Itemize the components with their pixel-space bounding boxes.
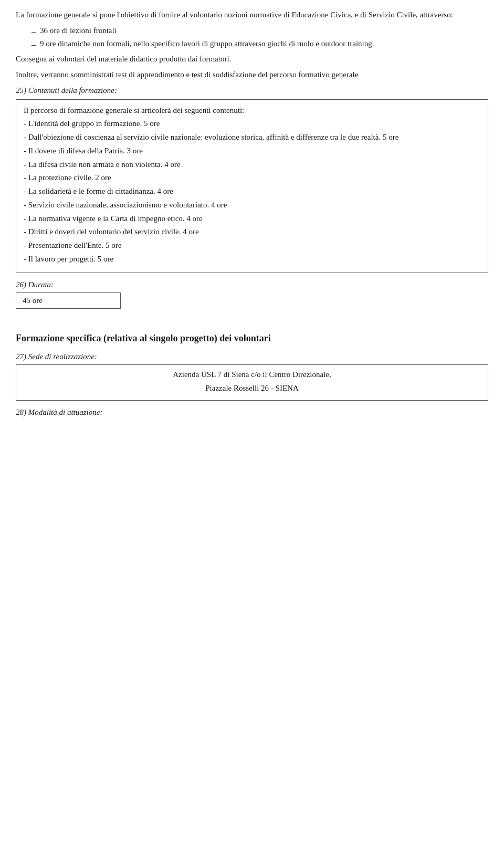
bullet-2: – bbox=[32, 38, 36, 50]
section25-box: Il percorso di formazione generale si ar… bbox=[16, 99, 488, 273]
section26-heading: 26) Durata: bbox=[16, 280, 488, 289]
big-heading: Formazione specifica (relativa al singol… bbox=[16, 332, 488, 345]
section25-item-2: - Il dovere di difesa della Patria. 3 or… bbox=[24, 145, 480, 157]
section25-item-5: - La solidarietà e le forme di cittadina… bbox=[24, 186, 480, 197]
intro-paragraph1: La formazione generale si pone l'obietti… bbox=[16, 9, 488, 21]
list-item-2: – 9 ore dinamiche non formali, nello spe… bbox=[32, 38, 488, 50]
section27-box: Azienda USL 7 di Siena c/o il Centro Dir… bbox=[16, 364, 488, 401]
section25-item-6: - Servizio civile nazionale, associazion… bbox=[24, 200, 480, 211]
section26-value: 45 ore bbox=[16, 292, 121, 309]
section25-item-1: - Dall'obiezione di coscienza al servizi… bbox=[24, 132, 480, 143]
section25-item-10: - Il lavoro per progetti. 5 ore bbox=[24, 254, 480, 265]
list-item-1: – 36 ore di lezioni frontali bbox=[32, 25, 488, 37]
section25-item-7: - La normativa vigente e la Carta di imp… bbox=[24, 213, 480, 225]
intro-paragraph3: Inoltre, verranno somministrati test di … bbox=[16, 69, 488, 81]
list-text-2: 9 ore dinamiche non formali, nello speci… bbox=[40, 38, 374, 50]
section27-heading: 27) Sede di realizzazione: bbox=[16, 352, 488, 361]
section25-heading: 25) Contenuti della formazione: bbox=[16, 86, 488, 95]
section28-heading: 28) Modalità di attuazione: bbox=[16, 408, 488, 417]
section25-item-3: - La difesa civile non armata e non viol… bbox=[24, 159, 480, 171]
section25-line1: Il percorso di formazione generale si ar… bbox=[24, 105, 480, 117]
section25-item-0: - L'identità del gruppo in formazione. 5… bbox=[24, 118, 480, 130]
intro-block: La formazione generale si pone l'obietti… bbox=[16, 9, 488, 81]
section26-wrapper: 45 ore bbox=[16, 292, 488, 316]
section27-line1: Azienda USL 7 di Siena c/o il Centro Dir… bbox=[23, 369, 481, 381]
section25-item-9: - Presentazione dell'Ente. 5 ore bbox=[24, 240, 480, 252]
section25-item-4: - La protezione civile. 2 ore bbox=[24, 172, 480, 184]
section25-item-8: - Diritti e doveri del volontario del se… bbox=[24, 226, 480, 238]
bullet-1: – bbox=[32, 25, 36, 37]
list-text-1: 36 ore di lezioni frontali bbox=[40, 25, 117, 37]
intro-paragraph2: Consegna ai volontari del materiale dida… bbox=[16, 54, 488, 65]
section27-line2: Piazzale Rosselli 26 - SIENA bbox=[23, 383, 481, 394]
